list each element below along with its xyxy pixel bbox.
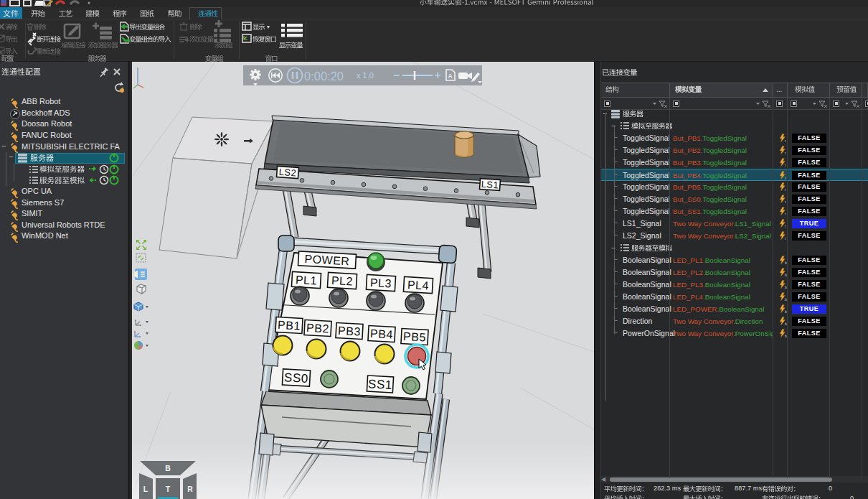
- svg-text:SS1: SS1: [368, 377, 393, 392]
- svg-text:PB4: PB4: [370, 327, 394, 341]
- svg-text:PB1: PB1: [278, 319, 301, 332]
- svg-text:r: r: [785, 139, 786, 143]
- svg-text:A: A: [448, 73, 453, 80]
- svg-text:PL2: PL2: [331, 274, 354, 288]
- svg-text:L: L: [143, 485, 148, 493]
- svg-text:r: r: [785, 151, 786, 155]
- svg-text:PL4: PL4: [407, 279, 430, 292]
- svg-text:PL3: PL3: [370, 276, 392, 290]
- svg-text:R: R: [187, 485, 193, 493]
- svg-text:PB3: PB3: [338, 325, 362, 338]
- svg-text:LS1: LS1: [481, 179, 499, 191]
- svg-text:r: r: [785, 176, 786, 180]
- svg-text:SS0: SS0: [284, 370, 309, 386]
- svg-text:B: B: [165, 464, 171, 472]
- svg-text:r: r: [785, 224, 786, 228]
- svg-text:PB2: PB2: [306, 322, 330, 335]
- svg-text:x 1.0: x 1.0: [357, 71, 374, 80]
- svg-text:r: r: [785, 212, 786, 216]
- svg-text:r: r: [785, 236, 786, 241]
- svg-text:PL1: PL1: [296, 274, 318, 287]
- svg-text:T: T: [166, 485, 171, 493]
- svg-text:POWER: POWER: [304, 253, 350, 267]
- svg-text:r: r: [785, 163, 786, 167]
- svg-text:PB5: PB5: [403, 330, 427, 344]
- svg-text:LS2: LS2: [278, 167, 297, 179]
- svg-text:r: r: [785, 187, 786, 192]
- svg-text:r: r: [785, 200, 786, 204]
- svg-text:0:00:20: 0:00:20: [304, 70, 344, 83]
